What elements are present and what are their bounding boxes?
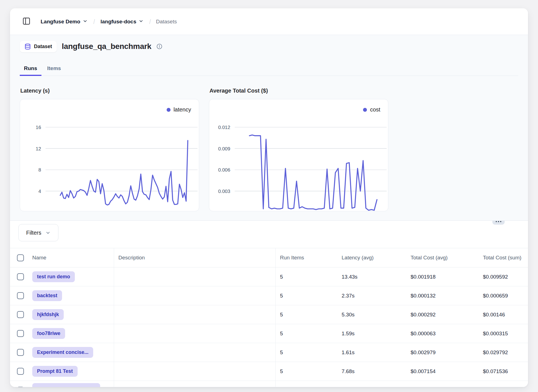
total-cost-sum-cell: $0.000315: [478, 324, 528, 343]
svg-text:0.012: 0.012: [218, 125, 230, 130]
row-checkbox-cell: [10, 381, 28, 387]
table-row: test run demo513.43s$0.001918$0.009592: [10, 267, 528, 286]
total-cost-avg-cell: $0.000132: [406, 286, 478, 305]
tabs: RunsItems: [20, 62, 518, 76]
run-items-cell: 5: [275, 362, 337, 381]
breadcrumb-org-button[interactable]: Langfuse Demo: [39, 17, 89, 26]
svg-text:0.003: 0.003: [218, 188, 230, 194]
total-cost-sum-cell: $0.009592: [478, 267, 528, 286]
filters-row: Filters: [10, 224, 528, 241]
breadcrumb-org-label: Langfuse Demo: [41, 19, 80, 25]
panel-left-icon: [22, 17, 31, 26]
row-checkbox-cell: [10, 343, 28, 362]
grip-dots-icon: [496, 221, 501, 222]
run-name-pill[interactable]: backtest: [32, 290, 62, 301]
breadcrumb-page-label[interactable]: Datasets: [155, 18, 178, 26]
run-name-cell: foo78riwe: [28, 324, 114, 343]
resize-grip-handle[interactable]: [492, 221, 505, 225]
row-checkbox[interactable]: [17, 292, 24, 299]
run-description-cell: [114, 324, 275, 343]
row-checkbox[interactable]: [17, 368, 24, 375]
table-header-row: Name Description Run Items Latency (avg)…: [10, 248, 528, 267]
chevron-down-icon: [83, 19, 88, 25]
table-body: test run demo513.43s$0.001918$0.009592ba…: [10, 267, 528, 387]
chevron-down-icon: [45, 230, 51, 235]
column-header-run-items: Run Items: [275, 248, 337, 267]
run-name-cell: test run demo: [28, 267, 114, 286]
run-items-cell: 5: [275, 324, 337, 343]
table-row: backtest52.37s$0.000132$0.000659: [10, 286, 528, 305]
row-checkbox[interactable]: [17, 311, 24, 318]
legend-dot-icon: [363, 108, 367, 112]
runs-table-section: Filters Name Description Run Ite: [10, 221, 528, 387]
total-cost-avg-cell: $0.002979: [406, 343, 478, 362]
total-cost-avg-cell: $0.007154: [406, 362, 478, 381]
svg-text:0.006: 0.006: [218, 167, 230, 173]
breadcrumb-separator: /: [149, 18, 151, 26]
table-row-partial: [10, 381, 528, 387]
total-cost-sum-cell: $0.029792: [478, 343, 528, 362]
run-items-cell: 5: [275, 305, 337, 324]
row-checkbox-cell: [10, 286, 28, 305]
total-cost-sum-cell: $0.071536: [478, 362, 528, 381]
run-name-cell: hjkfdshjk: [28, 305, 114, 324]
row-checkbox-cell: [10, 324, 28, 343]
run-name-pill[interactable]: Experiment concise...: [32, 347, 93, 358]
page-title: langfuse_qa_benchmark: [62, 42, 151, 51]
breadcrumb-project-button[interactable]: langfuse-docs: [99, 17, 145, 26]
column-header-total-cost-avg: Total Cost (avg): [406, 248, 478, 267]
latency-line-plot: 481216: [20, 99, 199, 211]
latency-chart-block: Latency (s) 481216 latency: [20, 88, 199, 211]
run-items-cell: 5: [275, 343, 337, 362]
total-cost-avg-cell: $0.000063: [406, 324, 478, 343]
row-checkbox[interactable]: [17, 349, 24, 356]
chart-title: Average Total Cost ($): [209, 88, 388, 94]
run-name-pill[interactable]: Prompt 81 Test: [32, 366, 78, 377]
row-checkbox[interactable]: [17, 330, 24, 337]
table-row: Experiment concise...51.61s$0.002979$0.0…: [10, 343, 528, 362]
run-description-cell: [114, 381, 275, 387]
tab-runs[interactable]: Runs: [20, 62, 41, 76]
dataset-section: Dataset langfuse_qa_benchmark RunsItems …: [10, 35, 528, 221]
cost-chart-block: Average Total Cost ($) 0.0030.0060.0090.…: [209, 88, 388, 211]
select-all-checkbox[interactable]: [17, 254, 24, 261]
legend-label: cost: [370, 106, 380, 113]
breadcrumb-separator: /: [93, 18, 95, 26]
breadcrumb: Langfuse Demo / langfuse-docs / Datasets: [39, 17, 178, 26]
tab-items[interactable]: Items: [43, 62, 65, 76]
run-description-cell: [114, 362, 275, 381]
row-checkbox-cell: [10, 362, 28, 381]
latency-avg-cell: 2.37s: [337, 286, 406, 305]
latency-avg-cell: 7.68s: [337, 362, 406, 381]
info-icon[interactable]: [156, 43, 162, 49]
table-row: Prompt 81 Test57.68s$0.007154$0.071536: [10, 362, 528, 381]
run-name-pill[interactable]: test run demo: [32, 271, 75, 282]
row-checkbox[interactable]: [17, 387, 24, 387]
total-cost-avg-cell: $0.000292: [406, 305, 478, 324]
sidebar-toggle-button[interactable]: [21, 16, 32, 28]
run-name-pill[interactable]: [32, 383, 100, 387]
run-name-pill[interactable]: foo78riwe: [32, 328, 65, 339]
database-icon: [24, 43, 31, 50]
filters-button[interactable]: Filters: [18, 224, 58, 241]
row-checkbox[interactable]: [17, 273, 24, 280]
run-name-pill[interactable]: hjkfdshjk: [32, 309, 64, 320]
total-cost-sum-cell: $0.000659: [478, 286, 528, 305]
dataset-title-row: Dataset langfuse_qa_benchmark: [20, 40, 518, 53]
run-items-cell: 5: [275, 286, 337, 305]
total-cost-sum-cell: $0.00146: [478, 305, 528, 324]
column-header-name: Name: [28, 248, 114, 267]
breadcrumb-project-label: langfuse-docs: [100, 19, 136, 25]
total-cost-avg-cell: $0.001918: [406, 267, 478, 286]
runs-table: Name Description Run Items Latency (avg)…: [10, 248, 528, 387]
cost-line-plot: 0.0030.0060.0090.012: [209, 99, 388, 211]
column-header-latency-avg: Latency (avg): [337, 248, 406, 267]
svg-text:0.009: 0.009: [218, 146, 230, 152]
total-cost-sum-cell: [478, 381, 528, 387]
run-name-cell: [28, 381, 114, 387]
chart-legend: latency: [167, 106, 191, 113]
latency-avg-cell: 1.61s: [337, 343, 406, 362]
row-checkbox-cell: [10, 267, 28, 286]
latency-avg-cell: 5.30s: [337, 305, 406, 324]
run-description-cell: [114, 305, 275, 324]
